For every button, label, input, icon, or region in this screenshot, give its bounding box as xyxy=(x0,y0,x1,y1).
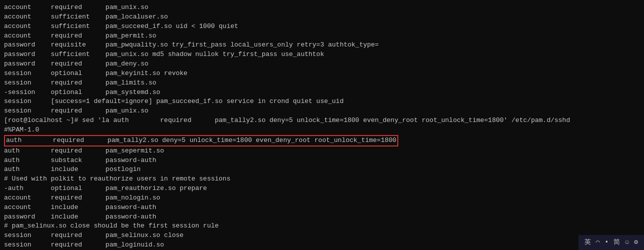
terminal-line: auth required pam_sepermit.so xyxy=(4,146,640,156)
terminal-line: auth required pam_tally2.so deny=5 unloc… xyxy=(4,135,640,146)
terminal-line: -session optional pam_systemd.so xyxy=(4,88,640,98)
taskbar-smiley-icon: ☺ xyxy=(625,238,629,248)
terminal-line: account sufficient pam_localuser.so xyxy=(4,12,640,22)
terminal-line: account include password-auth xyxy=(4,203,640,212)
terminal-line: session required pam_selinux.so close xyxy=(4,231,640,240)
terminal-line: session required pam_loginuid.so xyxy=(4,240,640,250)
terminal-line: account sufficient pam_succeed_if.so uid… xyxy=(4,22,640,32)
terminal-line: session [success=1 default=ignore] pam_s… xyxy=(4,97,640,106)
terminal-line: session required pam_unix.so xyxy=(4,106,640,116)
taskbar-icon1: ⌒ xyxy=(596,238,600,248)
taskbar-dot: • xyxy=(605,238,609,248)
terminal-line: password include password-auth xyxy=(4,212,640,222)
terminal-line: account required pam_nologin.so xyxy=(4,194,640,203)
terminal-line: account required pam_permit.so xyxy=(4,32,640,41)
taskbar-lang[interactable]: 英 xyxy=(584,238,591,248)
terminal-line: auth substack password-auth xyxy=(4,156,640,166)
terminal-line: [root@localhost ~]# sed 'la auth require… xyxy=(4,116,640,126)
terminal: account required pam_unix.soaccount suff… xyxy=(0,0,644,250)
terminal-line: password required pam_deny.so xyxy=(4,60,640,69)
terminal-line: -auth optional pam_reauthorize.so prepar… xyxy=(4,184,640,194)
terminal-line: session required pam_limits.so xyxy=(4,78,640,88)
terminal-line: password sufficient pam_unix.so md5 shad… xyxy=(4,50,640,60)
taskbar-chinese[interactable]: 简 xyxy=(613,238,620,248)
terminal-line: # Used with polkit to reauthorize users … xyxy=(4,174,640,184)
terminal-line: auth include postlogin xyxy=(4,165,640,174)
terminal-line: password requisite pam_pwquality.so try_… xyxy=(4,40,640,50)
terminal-line: # pam_selinux.so close should be the fir… xyxy=(4,222,640,231)
terminal-output: account required pam_unix.soaccount suff… xyxy=(4,3,640,250)
terminal-line: #%PAM-1.0 xyxy=(4,126,640,135)
terminal-line: session optional pam_keyinit.so revoke xyxy=(4,69,640,78)
taskbar: 英 ⌒ • 简 ☺ ⚙ xyxy=(578,235,644,250)
terminal-line: account required pam_unix.so xyxy=(4,3,640,12)
taskbar-settings-icon[interactable]: ⚙ xyxy=(634,238,638,248)
